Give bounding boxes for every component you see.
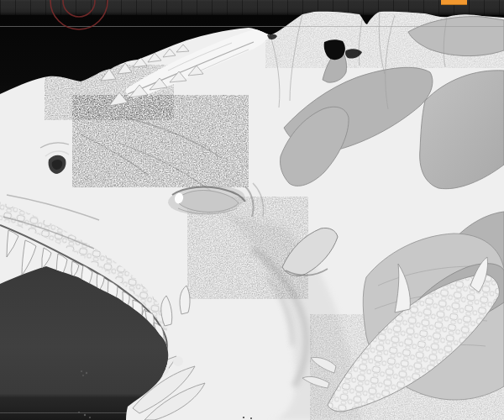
cheek-noise — [193, 202, 302, 294]
dragon-sculpt — [0, 0, 504, 420]
brush-cursor-icon — [50, 0, 108, 29]
app-window — [0, 0, 504, 420]
